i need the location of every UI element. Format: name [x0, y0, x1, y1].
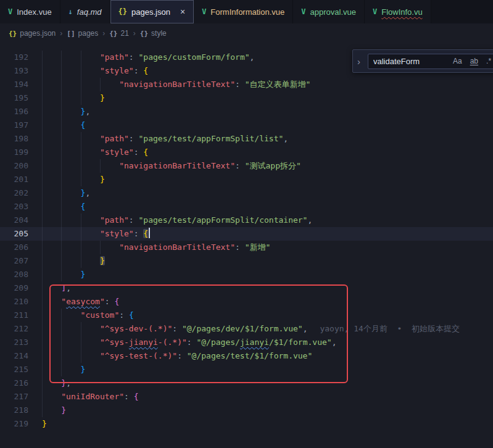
- code-content[interactable]: "custom": {: [42, 309, 493, 322]
- tab-label: pages.json: [131, 7, 170, 17]
- code-line-197: 197{: [0, 118, 493, 132]
- line-number[interactable]: 197: [0, 118, 42, 132]
- code-content[interactable]: {: [42, 200, 493, 214]
- code-content[interactable]: "navigationBarTitleText": "自定义表单新增": [42, 78, 493, 91]
- line-number[interactable]: 206: [0, 241, 42, 254]
- line-number[interactable]: 195: [0, 91, 42, 105]
- toggle-replace-chevron[interactable]: ›: [357, 56, 363, 67]
- tab-index-vue[interactable]: VIndex.vue: [0, 0, 60, 23]
- indent-guide: [42, 404, 61, 417]
- line-number[interactable]: 199: [0, 146, 42, 159]
- code-content[interactable]: }: [42, 173, 493, 186]
- breadcrumb-item-21[interactable]: {}21: [109, 29, 129, 38]
- line-number[interactable]: 219: [0, 417, 42, 431]
- regex-icon[interactable]: .*: [486, 57, 491, 65]
- code-content[interactable]: }: [42, 254, 493, 268]
- indent-guide: [61, 132, 80, 146]
- indent-guide: [42, 159, 61, 173]
- line-number[interactable]: 198: [0, 132, 42, 146]
- tab-flowinfo-vu[interactable]: VFlowInfo.vu: [365, 0, 431, 23]
- git-blame-annotation: yaoyn, 14个月前 • 初始版本提交: [320, 324, 460, 333]
- token: "^sys-: [100, 338, 129, 347]
- code-content[interactable]: }: [42, 91, 493, 105]
- code-content[interactable]: "style": {: [42, 227, 493, 241]
- breadcrumb-item-style[interactable]: {}style: [140, 29, 167, 38]
- line-number[interactable]: 207: [0, 254, 42, 268]
- breadcrumb-item-pages[interactable]: []pages: [67, 29, 98, 38]
- breadcrumb-label: pages: [78, 29, 99, 38]
- code-line-212: 212"^sys-dev-(.*)": "@/pages/dev/$1/form…: [0, 322, 493, 336]
- find-input-wrap: Aa ab .*: [368, 54, 493, 69]
- line-number[interactable]: 201: [0, 173, 42, 186]
- token: }: [100, 175, 105, 184]
- token: ": [61, 297, 66, 306]
- tab-approval-vue[interactable]: Vapproval.vue: [293, 0, 365, 23]
- code-content[interactable]: "^sys-jianyi-(.*)": "@/pages/jianyi/$1/f…: [42, 336, 493, 349]
- line-number[interactable]: 203: [0, 200, 42, 214]
- line-number[interactable]: 200: [0, 159, 42, 173]
- code-content[interactable]: "navigationBarTitleText": "测试app拆分": [42, 159, 493, 173]
- line-number[interactable]: 205: [0, 227, 42, 241]
- whole-word-icon[interactable]: ab: [470, 57, 478, 65]
- symbol-array-icon: []: [67, 30, 75, 38]
- code-content[interactable]: {: [42, 118, 493, 132]
- line-number[interactable]: 204: [0, 214, 42, 227]
- line-number[interactable]: 212: [0, 322, 42, 336]
- code-content[interactable]: "path": "pages/test/appFormSplit/contain…: [42, 214, 493, 227]
- token: ]: [61, 283, 66, 292]
- code-content[interactable]: "uniIdRouter": {: [42, 390, 493, 404]
- close-icon[interactable]: ×: [180, 7, 185, 16]
- code-content[interactable]: }: [42, 363, 493, 376]
- token: {: [81, 202, 86, 211]
- code-line-200: 200"navigationBarTitleText": "测试app拆分": [0, 159, 493, 173]
- code-content[interactable]: },: [42, 376, 493, 390]
- breadcrumb-separator: ›: [102, 29, 105, 38]
- line-number[interactable]: 214: [0, 349, 42, 363]
- code-content[interactable]: "^sys-test-(.*)": "@/pages/test/$1/form.…: [42, 349, 493, 363]
- breadcrumb: {}pages.json›[]pages›{}21›{}style: [0, 23, 493, 43]
- code-content[interactable]: "style": {: [42, 146, 493, 159]
- code-line-216: 216},: [0, 376, 493, 390]
- indent-guide: [42, 390, 61, 404]
- code-content[interactable]: }: [42, 404, 493, 417]
- line-number[interactable]: 218: [0, 404, 42, 417]
- line-number[interactable]: 193: [0, 64, 42, 78]
- line-number[interactable]: 194: [0, 78, 42, 91]
- tab-label: Index.vue: [17, 7, 51, 17]
- code-content[interactable]: "path": "pages/test/appFormSplit/list",: [42, 132, 493, 146]
- token: :: [172, 324, 182, 333]
- code-content[interactable]: "^sys-dev-(.*)": "@/pages/dev/$1/form.vu…: [42, 322, 493, 336]
- token: "^sys-dev-(.*)": [100, 324, 172, 333]
- line-number[interactable]: 192: [0, 51, 42, 64]
- line-number[interactable]: 211: [0, 309, 42, 322]
- indent-guide: [42, 132, 61, 146]
- tab-faq-md[interactable]: ↓faq.md: [60, 0, 110, 23]
- token: -(.*)": [158, 338, 187, 347]
- token: "path": [100, 215, 129, 225]
- line-number[interactable]: 216: [0, 376, 42, 390]
- tab-forminformation-vue[interactable]: VFormInformation.vue: [194, 0, 293, 23]
- line-number[interactable]: 217: [0, 390, 42, 404]
- token: :: [134, 66, 144, 75]
- line-number[interactable]: 209: [0, 281, 42, 295]
- code-content[interactable]: "navigationBarTitleText": "新增": [42, 241, 493, 254]
- line-number[interactable]: 202: [0, 186, 42, 200]
- line-number[interactable]: 208: [0, 268, 42, 281]
- indent-guide: [61, 363, 80, 376]
- line-number[interactable]: 215: [0, 363, 42, 376]
- code-content[interactable]: },: [42, 105, 493, 118]
- line-number[interactable]: 210: [0, 295, 42, 309]
- code-content[interactable]: ],: [42, 281, 493, 295]
- breadcrumb-item-pages-json[interactable]: {}pages.json: [9, 29, 56, 38]
- line-number[interactable]: 196: [0, 105, 42, 118]
- code-content[interactable]: }: [42, 268, 493, 281]
- code-content[interactable]: }: [42, 417, 493, 431]
- code-content[interactable]: "easycom": {: [42, 295, 493, 309]
- token: "@/pages/dev/$1/form.vue": [182, 324, 303, 333]
- indent-guide: [42, 309, 61, 322]
- code-content[interactable]: },: [42, 186, 493, 200]
- line-number[interactable]: 213: [0, 336, 42, 349]
- breadcrumb-separator: ›: [133, 29, 136, 38]
- tab-pages-json[interactable]: {}pages.json×: [110, 0, 194, 23]
- match-case-icon[interactable]: Aa: [453, 57, 462, 65]
